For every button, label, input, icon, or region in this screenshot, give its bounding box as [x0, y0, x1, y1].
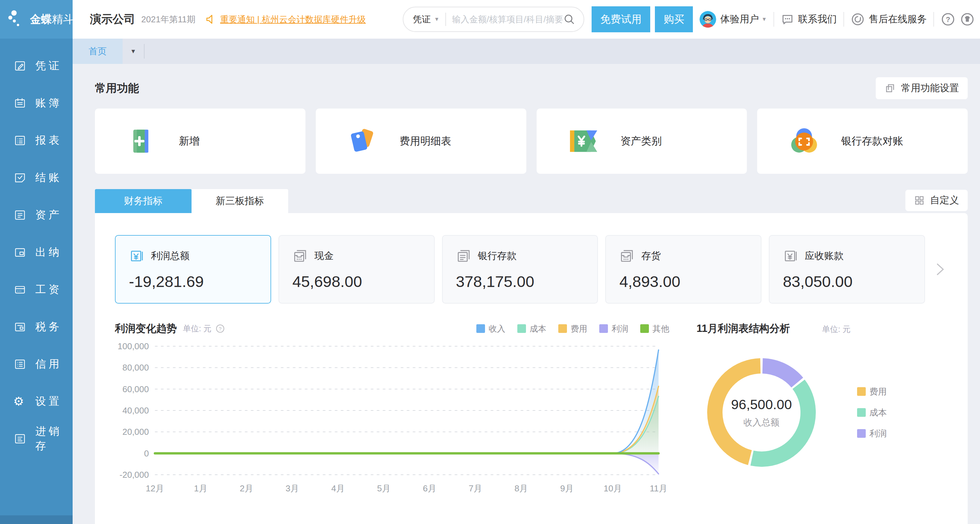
sidebar-item-信用[interactable]: 信用: [0, 346, 73, 383]
quick-card-银行存款对账[interactable]: 银行存款对账: [757, 108, 968, 174]
quick-functions-title: 常用功能: [95, 81, 139, 96]
sidebar-item-label: 账簿: [35, 96, 62, 111]
report-icon: [13, 134, 27, 147]
buy-button[interactable]: 购买: [655, 6, 693, 32]
search-input[interactable]: [452, 14, 563, 25]
sidebar-item-进销存[interactable]: 进销存: [0, 420, 73, 457]
legend-item-其他[interactable]: 其他: [640, 323, 669, 334]
sidebar-item-label: 税务: [35, 319, 62, 334]
theme-skin-icon[interactable]: [960, 12, 975, 27]
search-divider: [445, 13, 446, 26]
quick-card-资产类别[interactable]: 资产类别: [537, 108, 747, 174]
sidebar-item-label: 信用: [35, 357, 62, 372]
yen-doc-icon: [129, 248, 144, 264]
income-structure-donut-chart[interactable]: [697, 348, 826, 477]
quick-card-label: 费用明细表: [400, 134, 451, 148]
quick-card-新增[interactable]: 新增: [95, 108, 305, 174]
legend-swatch: [857, 408, 866, 417]
legend-swatch: [640, 324, 649, 333]
svg-text:2月: 2月: [240, 483, 253, 493]
sidebar-item-设置[interactable]: ⚙ 设置: [0, 383, 73, 420]
sidebar-item-label: 进销存: [35, 424, 73, 453]
metric-card-label: 存货: [641, 249, 660, 263]
sidebar-item-税务[interactable]: 税务: [0, 308, 73, 346]
legend-item-利润[interactable]: 利润: [599, 323, 628, 334]
quick-functions-settings-button[interactable]: 常用功能设置: [876, 77, 968, 99]
free-trial-button[interactable]: 免费试用: [592, 6, 650, 32]
sidebar-item-报表[interactable]: 报表: [0, 122, 73, 159]
sidebar-item-工资[interactable]: 工资: [0, 271, 73, 308]
search-icon[interactable]: [563, 13, 576, 25]
sidebar-footer-strip: [0, 515, 73, 524]
asset-icon: [13, 208, 27, 222]
legend-item-成本[interactable]: 成本: [517, 323, 546, 334]
legend-swatch: [857, 387, 866, 396]
brand-name-light: 精斗云: [52, 13, 85, 25]
legend-label: 费用: [571, 323, 587, 334]
notice-link[interactable]: 重要通知 | 杭州云会计数据库硬件升级: [220, 14, 366, 25]
metric-card-header: 银行存款: [456, 248, 598, 264]
tab-financial-indicators[interactable]: 财务指标: [95, 189, 191, 213]
legend-swatch: [476, 324, 485, 333]
contact-us-link[interactable]: 联系我们: [781, 13, 837, 26]
profit-trend-unit: 单位: 元: [183, 323, 211, 334]
legend-label: 费用: [869, 386, 887, 397]
headset-icon: [851, 12, 865, 26]
avatar[interactable]: [700, 11, 716, 28]
after-sales-label: 售后在线服务: [869, 13, 927, 26]
tab-dropdown-button[interactable]: ▼: [123, 39, 144, 64]
help-circle-icon[interactable]: ?: [215, 324, 225, 333]
legend-swatch: [857, 429, 866, 438]
help-icon[interactable]: ?: [941, 12, 955, 27]
svg-text:7月: 7月: [469, 483, 482, 493]
metric-card-银行存款[interactable]: 银行存款 378,175.00: [442, 235, 598, 303]
sidebar-item-结账[interactable]: 结账: [0, 159, 73, 197]
search-category-value: 凭证: [413, 13, 431, 25]
metric-card-header: 利润总额: [129, 248, 270, 264]
after-sales-link[interactable]: 售后在线服务: [851, 12, 927, 26]
sidebar-item-label: 出纳: [35, 245, 62, 260]
income-structure-unit: 单位: 元: [822, 324, 850, 335]
sidebar-item-账簿[interactable]: 账簿: [0, 84, 73, 122]
legend-item-收入[interactable]: 收入: [476, 323, 505, 334]
indicators-panel: 利润总额 -19,281.69 现金 45,698.00 银行存款 378,17…: [95, 213, 968, 524]
donut-chart-legend: 费用 成本 利润: [857, 386, 887, 440]
sidebar-item-label: 资产: [35, 208, 62, 222]
tab-home[interactable]: 首页: [73, 39, 123, 64]
svg-text:?: ?: [219, 326, 221, 332]
svg-text:12月: 12月: [146, 483, 164, 493]
search-category-dropdown[interactable]: 凭证 ▼: [413, 13, 439, 25]
page-tabbar: 首页 ▼: [73, 39, 980, 64]
contact-us-label: 联系我们: [798, 13, 837, 26]
metric-card-利润总额[interactable]: 利润总额 -19,281.69: [115, 235, 271, 303]
metric-card-value: -19,281.69: [129, 272, 270, 291]
customize-button[interactable]: 自定义: [905, 190, 968, 211]
tab-neeq-indicators[interactable]: 新三板指标: [191, 189, 288, 213]
sidebar-item-资产[interactable]: 资产: [0, 197, 73, 234]
metric-card-现金[interactable]: 现金 45,698.00: [278, 235, 435, 303]
metric-card-存货[interactable]: 存货 4,893.00: [605, 235, 762, 303]
sidebar-item-凭证[interactable]: 凭证: [0, 47, 73, 84]
legend-item-费用[interactable]: 费用: [558, 323, 587, 334]
svg-text:60,000: 60,000: [122, 384, 149, 394]
quick-functions-settings-label: 常用功能设置: [901, 81, 959, 95]
donut-legend-item-成本[interactable]: 成本: [857, 407, 887, 418]
sidebar-item-出纳[interactable]: 出纳: [0, 234, 73, 271]
profit-trend-header: 利润变化趋势 单位: 元 ? 收入 成本 费用 利润: [115, 322, 675, 335]
chevron-down-icon: ▼: [130, 48, 136, 55]
svg-text:5月: 5月: [377, 483, 390, 493]
cash-drawer-icon: [619, 248, 635, 264]
donut-legend-item-费用[interactable]: 费用: [857, 386, 887, 397]
user-menu[interactable]: 体验用户 ▼: [720, 13, 767, 26]
brand-logo[interactable]: 金蝶精斗云: [0, 0, 73, 39]
profit-trend-line-chart[interactable]: 100,00080,00060,00040,00020,0000-20,0001…: [115, 340, 668, 497]
svg-text:20,000: 20,000: [122, 427, 149, 437]
svg-text:8月: 8月: [514, 483, 528, 493]
metrics-scroll-right-button[interactable]: [932, 262, 948, 277]
quick-card-label: 新增: [179, 134, 199, 148]
donut-legend-item-利润[interactable]: 利润: [857, 428, 887, 440]
cashier-icon: [13, 246, 27, 259]
quick-card-费用明细表[interactable]: 费用明细表: [316, 108, 526, 174]
app-root: { "brand": { "name_bold": "金蝶", "name_li…: [0, 0, 980, 524]
metric-card-应收账款[interactable]: 应收账款 83,050.00: [769, 235, 925, 303]
